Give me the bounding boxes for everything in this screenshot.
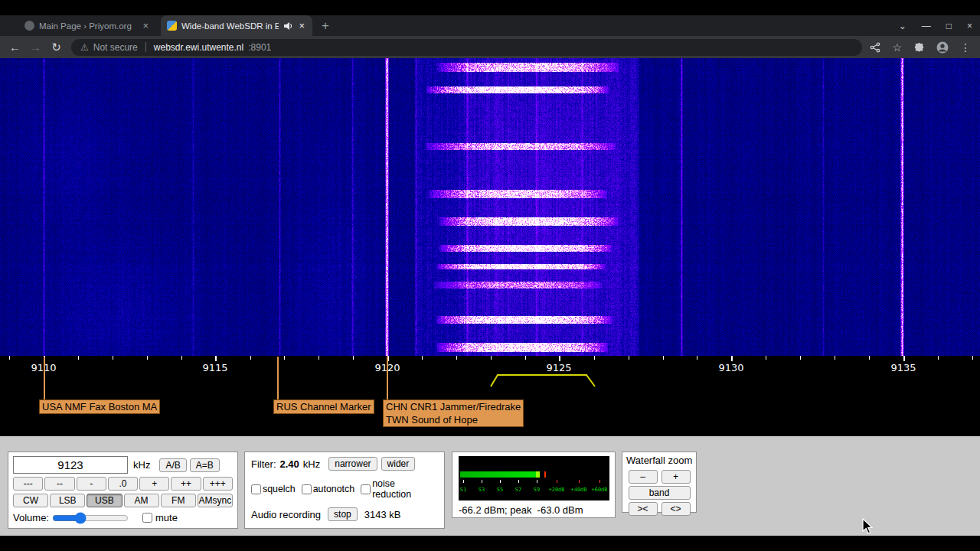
- browser-toolbar: ← → ↻ ⚠ Not secure websdr.ewi.utwente.nl…: [0, 36, 980, 58]
- station-label[interactable]: CHN CNR1 Jammer/FiredrakeTWN Sound of Ho…: [383, 399, 524, 427]
- tab-search-chevron-icon[interactable]: ⌄: [899, 21, 906, 31]
- mode-button-amsync[interactable]: AMsync: [198, 494, 233, 507]
- new-tab-button[interactable]: +: [322, 15, 329, 36]
- scale-minor-tick: [835, 356, 835, 360]
- waterfall-zoom-panel: Waterfall zoom – + band >< <>: [622, 452, 697, 513]
- squelch-checkbox[interactable]: [251, 484, 261, 494]
- signal-meter-panel: -66.2 dBm; peak -63.0 dBm: [452, 452, 616, 518]
- signal-strength-reading: -66.2 dBm; peak -63.0 dBm: [459, 504, 609, 516]
- scale-minor-tick: [78, 356, 79, 360]
- ab-swap-button[interactable]: A/B: [159, 458, 186, 472]
- tab-close-icon[interactable]: ×: [297, 20, 306, 31]
- scale-minor-tick: [972, 356, 973, 360]
- station-label[interactable]: RUS Channel Marker: [273, 399, 374, 414]
- back-icon[interactable]: ←: [5, 41, 25, 54]
- tab-title: Wide-band WebSDR in Ensch: [181, 21, 279, 31]
- window-minimize-icon[interactable]: —: [922, 21, 931, 31]
- tab-priyom[interactable]: Main Page › Priyom.org ×: [18, 15, 156, 36]
- scale-minor-tick: [318, 356, 319, 360]
- autonotch-label: autonotch: [313, 484, 354, 494]
- scale-minor-tick: [113, 356, 113, 360]
- zoom-shrink-button[interactable]: ><: [629, 502, 658, 516]
- url-host: websdr.ewi.utwente.nl: [154, 42, 243, 53]
- volume-slider[interactable]: [52, 513, 129, 523]
- audio-recording-label: Audio recording: [251, 509, 321, 520]
- mute-checkbox[interactable]: [142, 513, 152, 523]
- zoom-out-button[interactable]: –: [629, 470, 658, 484]
- profile-avatar[interactable]: [936, 41, 949, 54]
- scale-minor-tick: [250, 356, 251, 360]
- scale-minor-tick: [766, 356, 766, 360]
- omnibox-divider: [145, 42, 146, 52]
- recording-stop-button[interactable]: stop: [328, 507, 358, 521]
- narrower-button[interactable]: narrower: [328, 457, 377, 471]
- browser-menu-icon[interactable]: ⋮: [960, 41, 971, 54]
- mode-button-am[interactable]: AM: [124, 494, 159, 507]
- scale-minor-tick: [525, 356, 526, 360]
- station-marker-line: [387, 357, 388, 399]
- station-marker-line: [277, 357, 279, 399]
- noise-reduction-label: noise reduction: [372, 478, 433, 500]
- tune-step-button[interactable]: +++: [203, 477, 233, 491]
- station-label[interactable]: USA NMF Fax Boston MA: [39, 399, 160, 414]
- mode-button-usb[interactable]: USB: [87, 494, 122, 507]
- tune-step-button[interactable]: +: [139, 477, 169, 491]
- squelch-label: squelch: [263, 484, 296, 494]
- frequency-unit-label: kHz: [133, 459, 150, 471]
- tune-step-button[interactable]: -: [77, 477, 106, 491]
- bookmark-star-icon[interactable]: ☆: [892, 41, 902, 54]
- tune-step-button[interactable]: --: [44, 477, 74, 491]
- s-meter-display: [459, 456, 609, 500]
- station-marker-line: [44, 357, 45, 399]
- mode-button-cw[interactable]: CW: [13, 494, 48, 507]
- screen: Main Page › Priyom.org × Wide-band WebSD…: [0, 0, 980, 551]
- mode-button-fm[interactable]: FM: [161, 494, 196, 507]
- frequency-input[interactable]: [13, 456, 128, 474]
- tune-step-button[interactable]: ++: [171, 477, 201, 491]
- wider-button[interactable]: wider: [381, 457, 416, 471]
- extensions-puzzle-icon[interactable]: [913, 41, 925, 53]
- filter-panel: Filter: 2.40 kHz narrower wider squelch …: [244, 452, 445, 529]
- scale-frequency-label: 9125: [546, 362, 571, 373]
- window-maximize-icon[interactable]: □: [946, 21, 952, 31]
- window-close-icon[interactable]: ×: [967, 21, 972, 31]
- scale-minor-tick: [800, 356, 801, 360]
- scale-minor-tick: [353, 356, 354, 360]
- filter-label: Filter:: [251, 458, 276, 470]
- tune-step-button[interactable]: ---: [13, 477, 43, 491]
- noise-reduction-checkbox[interactable]: [361, 484, 371, 494]
- websdr-favicon-icon: [167, 21, 177, 31]
- scale-minor-tick: [9, 356, 10, 360]
- scale-frequency-label: 9135: [890, 362, 916, 373]
- zoom-in-button[interactable]: +: [662, 470, 691, 484]
- not-secure-warning-icon[interactable]: ⚠: [80, 42, 89, 53]
- scale-minor-tick: [181, 356, 182, 360]
- reload-icon[interactable]: ↻: [46, 41, 67, 54]
- zoom-band-button[interactable]: band: [629, 486, 691, 500]
- scale-major-tick: [903, 356, 905, 361]
- share-icon[interactable]: [870, 42, 880, 53]
- waterfall-display[interactable]: [0, 58, 980, 356]
- scale-minor-tick: [422, 356, 423, 360]
- a-equals-b-button[interactable]: A=B: [190, 458, 220, 472]
- volume-label: Volume:: [13, 512, 49, 523]
- tab-audio-speaker-icon[interactable]: [283, 21, 292, 31]
- tune-step-button[interactable]: .0: [108, 477, 138, 491]
- filter-unit-label: kHz: [303, 458, 320, 470]
- url-port: :8901: [248, 42, 271, 53]
- frequency-scale[interactable]: 911091159120912591309135: [0, 356, 980, 375]
- mode-button-lsb[interactable]: LSB: [50, 494, 85, 507]
- scale-minor-tick: [869, 356, 870, 360]
- recording-size: 3143 kB: [364, 509, 401, 520]
- tab-title: Main Page › Priyom.org: [39, 21, 136, 31]
- autonotch-checkbox[interactable]: [302, 484, 312, 494]
- tab-websdr[interactable]: Wide-band WebSDR in Ensch ×: [161, 15, 312, 36]
- waterfall-zoom-title: Waterfall zoom: [626, 455, 692, 466]
- zoom-expand-button[interactable]: <>: [662, 502, 691, 516]
- browser-tab-bar: Main Page › Priyom.org × Wide-band WebSD…: [0, 15, 980, 36]
- scale-minor-tick: [284, 356, 285, 360]
- forward-icon[interactable]: →: [25, 41, 46, 54]
- tab-close-icon[interactable]: ×: [141, 20, 150, 31]
- address-bar[interactable]: ⚠ Not secure websdr.ewi.utwente.nl :8901: [71, 39, 862, 56]
- scale-major-tick: [731, 356, 733, 361]
